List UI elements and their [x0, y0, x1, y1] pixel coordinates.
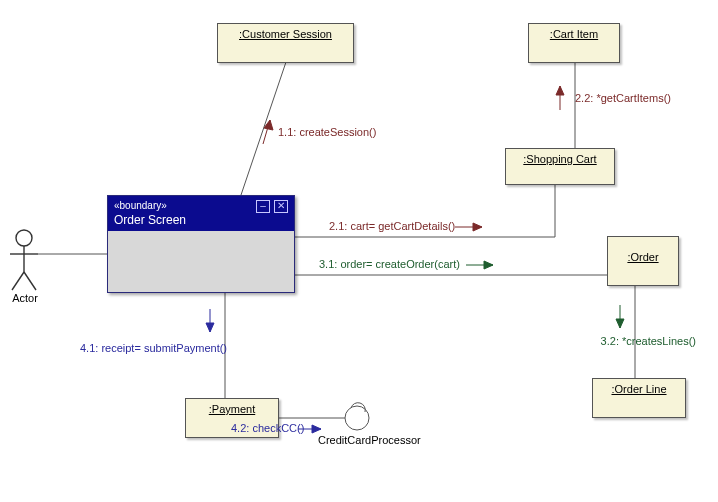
msg-3-2: 3.2: *createsLines(): [600, 335, 696, 347]
svg-marker-25: [206, 323, 214, 332]
object-payment-title: :Payment: [186, 399, 278, 419]
msg-2-1: 2.1: cart= getCartDetails(): [329, 220, 455, 232]
msg-1-1: 1.1: createSession(): [278, 126, 376, 138]
svg-marker-12: [473, 223, 482, 231]
close-icon[interactable]: ✕: [274, 200, 288, 213]
object-customer-session[interactable]: :Customer Session: [217, 23, 354, 63]
svg-marker-19: [484, 261, 493, 269]
object-cart-item[interactable]: :Cart Item: [528, 23, 620, 63]
object-order[interactable]: :Order: [607, 236, 679, 286]
object-customer-session-title: :Customer Session: [218, 24, 353, 44]
msg-3-1: 3.1: order= createOrder(cart): [319, 258, 460, 270]
object-order-line[interactable]: :Order Line: [592, 378, 686, 418]
svg-line-3: [12, 272, 24, 290]
actor-label: Actor: [8, 292, 42, 304]
svg-marker-29: [312, 425, 321, 433]
boundary-name: Order Screen: [114, 211, 288, 227]
msg-4-1: 4.1: receipt= submitPayment(): [80, 342, 227, 354]
msg-4-2: 4.2: checkCC(): [231, 422, 304, 434]
svg-marker-22: [616, 319, 624, 328]
object-shopping-cart[interactable]: :Shopping Cart: [505, 148, 615, 185]
svg-point-0: [16, 230, 32, 246]
minimize-icon[interactable]: –: [256, 200, 270, 213]
object-cart-item-title: :Cart Item: [529, 24, 619, 44]
object-order-line-title: :Order Line: [593, 379, 685, 399]
svg-line-4: [24, 272, 36, 290]
object-order-title: :Order: [608, 237, 678, 267]
actor-figure: [10, 230, 38, 290]
msg-2-2: 2.2: *getCartItems(): [575, 92, 671, 104]
boundary-order-screen[interactable]: «boundary» Order Screen – ✕: [107, 195, 295, 293]
interface-credit-card-processor: CreditCardProcessor: [318, 434, 410, 446]
diagram-canvas: Actor :Customer Session :Cart Item :Shop…: [0, 0, 718, 502]
svg-marker-15: [556, 86, 564, 95]
object-shopping-cart-title: :Shopping Cart: [506, 149, 614, 169]
